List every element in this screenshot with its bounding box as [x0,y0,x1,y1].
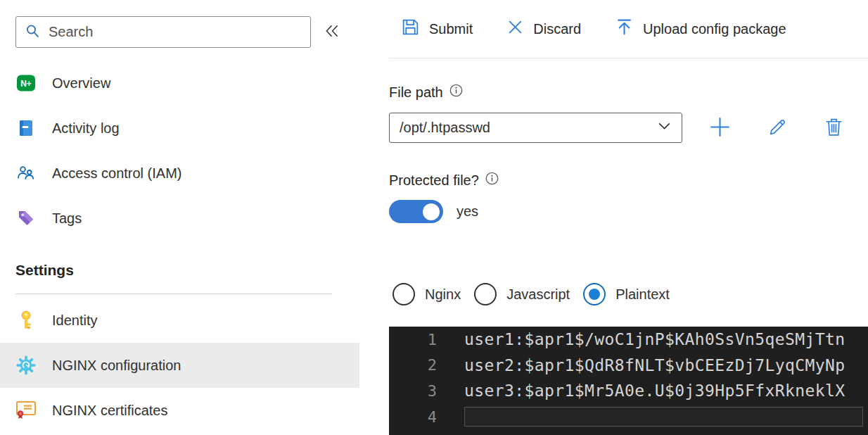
activity-log-icon [15,118,37,139]
radio-label: Nginx [425,286,461,303]
nginx-logo-icon: N+ [15,72,37,94]
file-path-value: /opt/.htpasswd [400,120,490,136]
line-text: user2:$apr1$QdR8fNLT$vbCEEzDj7LyqCMyNp [464,356,845,374]
line-number: 4 [389,408,437,426]
line-number: 3 [389,382,437,400]
sidebar-item-label: Activity log [52,120,120,137]
sidebar-item-label: NGINX certificates [52,403,167,419]
plus-icon [709,116,731,140]
file-path-actions [709,116,843,140]
sidebar-item-activity-log[interactable]: Activity log [0,106,359,151]
certificate-icon [15,400,37,421]
sidebar-divider [15,294,332,294]
editor-line-1: 1user1:$apr1$/woC1jnP$KAh0SsVn5qeSMjTtn [389,327,868,353]
file-path-label-row: File path [389,84,463,101]
editor-line-2: 2user2:$apr1$QdR8fNLT$vbCEEzDj7LyqCMyNp [389,353,868,379]
line-number: 2 [389,356,437,374]
toolbar-button-label: Discard [533,21,581,37]
info-icon[interactable] [485,172,499,189]
protected-file-toggle-row: yes [389,200,478,223]
sidebar-nav: N+OverviewActivity logAccess control (IA… [0,61,359,433]
editor-line-4: 4 [389,404,868,430]
key-icon [15,310,37,331]
current-line-box [464,407,863,427]
radio-circle [392,283,415,305]
pencil-icon [767,117,788,139]
close-icon [506,18,524,39]
line-text: user1:$apr1$/woC1jnP$KAh0SsVn5qeSMjTtn [464,330,845,348]
sidebar-item-label: NGINX configuration [52,358,181,374]
edit-file-button[interactable] [767,117,788,139]
line-text: user3:$apr1$Mr5A0e.U$0j39Hp5FfxRkneklX [464,382,845,400]
editor-line-3: 3user3:$apr1$Mr5A0e.U$0j39Hp5FfxRkneklX [389,378,868,404]
radio-label: Javascript [506,286,570,303]
discard-button[interactable]: Discard [506,18,581,39]
radio-plaintext[interactable]: Plaintext [583,283,670,305]
toolbar-button-label: Upload config package [643,21,786,37]
file-path-select[interactable]: /opt/.htpasswd [389,113,682,143]
sidebar-item-nginx-certificates[interactable]: NGINX certificates [0,388,359,433]
syntax-radio-group: NginxJavascriptPlaintext [392,283,670,305]
radio-circle [474,283,497,305]
upload-icon [615,18,634,40]
access-control-icon [15,163,37,184]
content-pane: SubmitDiscardUpload config package File … [389,0,868,435]
sidebar-search-row [15,16,352,48]
sidebar-item-label: Tags [52,210,82,227]
sidebar-nav-top: N+OverviewActivity logAccess control (IA… [0,61,359,241]
search-field[interactable] [49,24,302,40]
double-chevron-left-icon [324,23,340,42]
tags-icon [15,208,37,229]
file-path-label: File path [389,84,443,101]
toggle-knob [423,203,440,220]
sidebar-item-access-control-iam[interactable]: Access control (IAM) [0,151,359,196]
radio-circle [583,283,606,305]
protected-file-label: Protected file? [389,172,479,189]
toolbar-button-label: Submit [429,21,473,37]
sidebar-item-tags[interactable]: Tags [0,196,359,241]
sidebar-item-overview[interactable]: N+Overview [0,61,359,106]
file-path-row: /opt/.htpasswd [389,113,843,143]
line-number: 1 [389,331,437,348]
search-input[interactable] [15,16,311,48]
sidebar-item-nginx-configuration[interactable]: NGINX configuration [0,343,359,388]
protected-file-value: yes [457,203,478,220]
trash-icon [824,117,843,139]
app-window: N+OverviewActivity logAccess control (IA… [0,0,868,435]
delete-file-button[interactable] [824,117,843,139]
command-bar: SubmitDiscardUpload config package [389,0,868,58]
radio-nginx[interactable]: Nginx [392,283,461,305]
sidebar-item-label: Access control (IAM) [52,165,181,182]
sidebar-nav-settings: IdentityNGINX configurationNGINX certifi… [0,298,359,433]
protected-file-label-row: Protected file? [389,172,499,189]
add-file-button[interactable] [709,116,731,140]
sidebar: N+OverviewActivity logAccess control (IA… [0,0,359,435]
radio-javascript[interactable]: Javascript [474,283,570,305]
protected-file-toggle[interactable] [389,200,443,223]
sidebar-item-label: Identity [52,313,97,329]
upload-config-package-button[interactable]: Upload config package [615,18,786,40]
sidebar-settings-header: Settings [15,262,359,279]
submit-button[interactable]: Submit [401,18,473,40]
svg-text:N+: N+ [20,79,32,89]
code-editor[interactable]: 1user1:$apr1$/woC1jnP$KAh0SsVn5qeSMjTtn2… [389,327,868,435]
info-icon[interactable] [449,84,463,101]
search-icon [25,23,40,42]
radio-label: Plaintext [615,286,670,303]
sidebar-item-identity[interactable]: Identity [0,298,359,343]
sidebar-collapse-button[interactable] [324,23,340,42]
gear-icon [15,355,37,376]
chevron-down-icon [657,119,672,137]
save-icon [401,18,420,40]
sidebar-item-label: Overview [52,75,110,92]
